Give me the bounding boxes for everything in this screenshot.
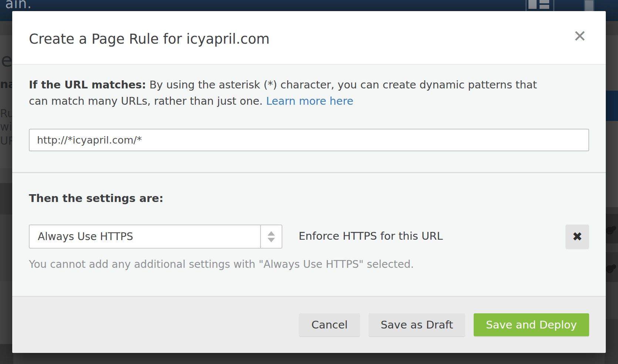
background-blue-button-fragment <box>605 91 618 121</box>
background-bottom-sliver <box>13 353 605 364</box>
panel-icon <box>584 0 594 13</box>
modal-body: If the URL matches: By using the asteris… <box>12 65 606 296</box>
close-icon[interactable]: ✕ <box>570 26 590 47</box>
chevron-down-icon <box>268 238 275 242</box>
setting-select[interactable]: Always Use HTTPS <box>29 225 282 249</box>
background-right-sliver <box>605 21 618 364</box>
modal-header: Create a Page Rule for icyapril.com ✕ <box>12 11 606 65</box>
create-page-rule-modal: Create a Page Rule for icyapril.com ✕ If… <box>12 11 606 353</box>
url-match-label: If the URL matches: <box>29 79 146 91</box>
setting-select-value: Always Use HTTPS <box>38 230 133 243</box>
background-left-sliver: e nav Ru will UR <box>0 21 13 364</box>
setting-row: Always Use HTTPS Enforce HTTPS for this … <box>29 225 589 249</box>
cancel-button[interactable]: Cancel <box>299 313 360 336</box>
chevron-up-icon <box>268 231 275 236</box>
setting-restriction-note: You cannot add any additional settings w… <box>29 258 589 270</box>
background-clipped-text: e <box>1 49 13 71</box>
settings-heading: Then the settings are: <box>29 192 589 205</box>
learn-more-link[interactable]: Learn more here <box>266 95 353 107</box>
setting-description: Enforce HTTPS for this URL <box>299 230 443 242</box>
url-pattern-input[interactable] <box>29 129 589 151</box>
save-as-draft-button[interactable]: Save as Draft <box>369 313 466 336</box>
screen: ain. e nav Ru will UR Create a Page Rule… <box>0 0 618 364</box>
modal-footer: Cancel Save as Draft Save and Deploy <box>12 296 606 353</box>
grid-layout-icon <box>523 0 551 10</box>
section-divider <box>12 172 606 173</box>
background-clipped-text: ain. <box>5 0 32 11</box>
wrench-icon <box>607 264 617 272</box>
url-match-description: If the URL matches: By using the asteris… <box>29 77 547 109</box>
select-arrows-icon <box>260 225 282 248</box>
save-and-deploy-button[interactable]: Save and Deploy <box>474 313 589 336</box>
modal-title: Create a Page Rule for icyapril.com <box>29 31 270 47</box>
remove-setting-button[interactable]: ✖ <box>565 225 589 249</box>
wrench-icon <box>607 225 617 234</box>
